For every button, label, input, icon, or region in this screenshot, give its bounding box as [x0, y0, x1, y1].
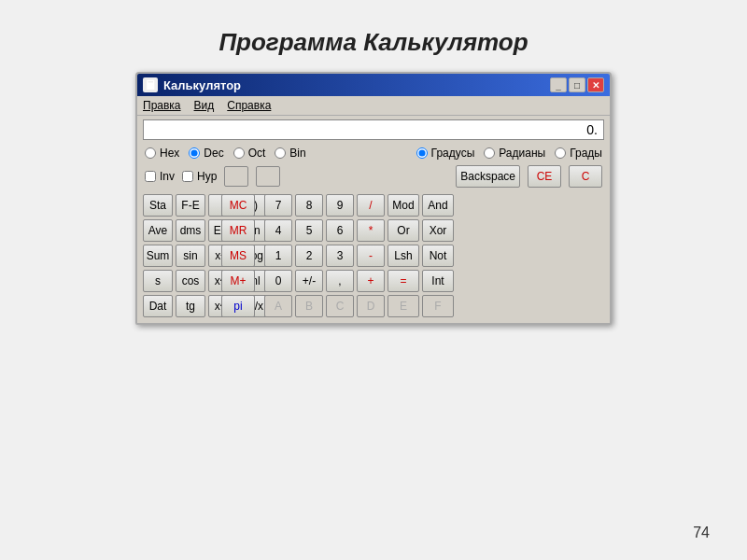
menu-pravka[interactable]: Правка	[143, 99, 181, 112]
radio-degrees[interactable]: Градусы	[416, 147, 475, 160]
radio-oct[interactable]: Oct	[233, 147, 266, 160]
btn-3[interactable]: 3	[326, 245, 354, 267]
btn-sin[interactable]: sin	[176, 245, 205, 267]
btn-b[interactable]: B	[295, 295, 323, 317]
radio-bin[interactable]: Bin	[275, 147, 305, 160]
btn-f[interactable]: F	[422, 295, 454, 317]
small-box-2	[256, 166, 280, 187]
c-button[interactable]: C	[569, 165, 602, 188]
window-title: Калькулятор	[163, 78, 241, 92]
btn-2[interactable]: 2	[295, 245, 323, 267]
ce-button[interactable]: CE	[528, 165, 561, 188]
minimize-button[interactable]: _	[550, 77, 567, 92]
radio-grads[interactable]: Грады	[555, 147, 602, 160]
display-input[interactable]	[143, 119, 604, 140]
radio-radians[interactable]: Радианы	[484, 147, 545, 160]
title-bar-controls[interactable]: _ □ ✕	[550, 77, 604, 92]
btn-sta[interactable]: Sta	[143, 194, 173, 217]
btn-ms[interactable]: MS	[221, 245, 255, 267]
memory-col: MC MR MS M+ pi	[221, 194, 261, 317]
window-icon: 🖩	[143, 77, 158, 92]
btn-comma[interactable]: ,	[326, 270, 354, 292]
btn-mc[interactable]: MC	[221, 194, 255, 217]
btn-1[interactable]: 1	[264, 245, 292, 267]
btn-dms[interactable]: dms	[176, 219, 205, 242]
btn-xor[interactable]: Xor	[422, 219, 454, 242]
menu-vid[interactable]: Вид	[194, 99, 215, 112]
checkbox-hyp[interactable]: Hyp	[182, 170, 217, 183]
btn-9[interactable]: 9	[326, 194, 354, 217]
btn-8[interactable]: 8	[295, 194, 323, 217]
calculator-window: 🖩 Калькулятор _ □ ✕ Правка Вид Справка H…	[135, 72, 612, 325]
title-bar: 🖩 Калькулятор _ □ ✕	[137, 74, 610, 96]
maximize-button[interactable]: □	[569, 77, 585, 92]
btn-plusminus[interactable]: +/-	[295, 270, 323, 292]
page-number: 74	[693, 525, 710, 541]
btn-d[interactable]: D	[357, 295, 385, 317]
btn-5[interactable]: 5	[295, 219, 323, 242]
btn-ave[interactable]: Ave	[143, 219, 173, 242]
btn-int[interactable]: Int	[422, 270, 454, 292]
btn-sub[interactable]: -	[357, 245, 385, 267]
btn-e[interactable]: E	[388, 295, 419, 317]
checkbox-backspace-row: Inv Hyp Backspace CE C	[137, 162, 610, 190]
btn-4[interactable]: 4	[264, 219, 292, 242]
btn-s[interactable]: s	[143, 270, 173, 292]
menu-bar: Правка Вид Справка	[137, 96, 610, 116]
btn-not[interactable]: Not	[422, 245, 454, 267]
radio-hex[interactable]: Hex	[145, 147, 179, 160]
btn-dat[interactable]: Dat	[143, 295, 173, 317]
menu-spravka[interactable]: Справка	[227, 99, 271, 112]
close-button[interactable]: ✕	[587, 77, 604, 92]
checkbox-inv[interactable]: Inv	[145, 170, 175, 183]
btn-a[interactable]: A	[264, 295, 292, 317]
btn-mr[interactable]: MR	[221, 219, 255, 242]
btn-6[interactable]: 6	[326, 219, 354, 242]
btn-mod[interactable]: Mod	[388, 194, 419, 217]
btn-fe[interactable]: F-E	[176, 194, 205, 217]
btn-or[interactable]: Or	[388, 219, 419, 242]
display-area	[137, 116, 610, 144]
btn-div[interactable]: /	[357, 194, 385, 217]
btn-c[interactable]: C	[326, 295, 354, 317]
btn-sum[interactable]: Sum	[143, 245, 173, 267]
options-row: Hex Dec Oct Bin Градусы Радианы Грады	[137, 144, 610, 162]
page-title: Программа Калькулятор	[218, 28, 528, 57]
number-grid: 7 8 9 / Mod And 4 5 6 * Or Xor	[264, 194, 454, 317]
btn-lsh[interactable]: Lsh	[388, 245, 419, 267]
btn-mplus[interactable]: M+	[221, 270, 255, 292]
backspace-button[interactable]: Backspace	[456, 165, 520, 188]
btn-mul[interactable]: *	[357, 219, 385, 242]
btn-add[interactable]: +	[357, 270, 385, 292]
btn-pi[interactable]: pi	[221, 295, 255, 317]
btn-0[interactable]: 0	[264, 270, 292, 292]
btn-equals[interactable]: =	[388, 270, 419, 292]
calc-body: Sta F-E ( ) Ave dms Exp ln Sum sin x^y l…	[137, 190, 610, 323]
radio-dec[interactable]: Dec	[189, 147, 223, 160]
title-bar-left: 🖩 Калькулятор	[143, 77, 241, 92]
small-box-1	[224, 166, 248, 187]
btn-cos[interactable]: cos	[176, 270, 205, 292]
stat-functions-col: Sta F-E ( ) Ave dms Exp ln Sum sin x^y l…	[143, 194, 218, 317]
btn-7[interactable]: 7	[264, 194, 292, 217]
btn-and[interactable]: And	[422, 194, 454, 217]
btn-tg[interactable]: tg	[176, 295, 205, 317]
